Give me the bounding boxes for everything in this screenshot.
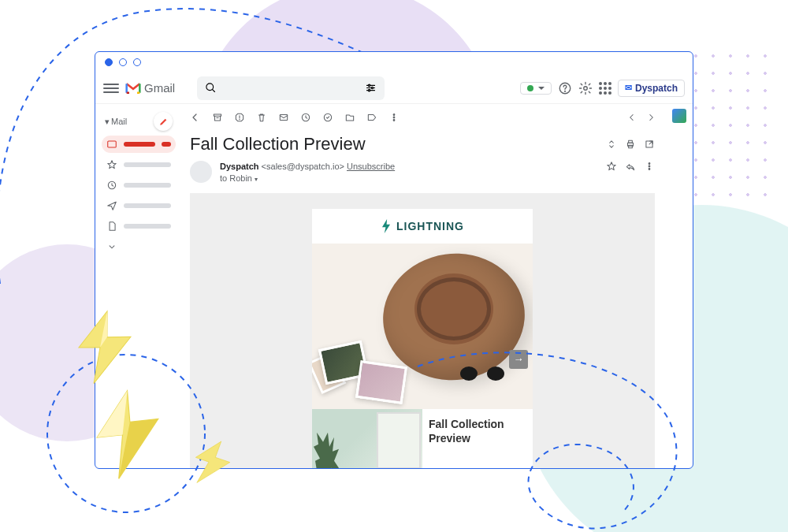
svg-rect-33 <box>629 145 633 148</box>
delete-icon[interactable] <box>256 112 267 123</box>
status-active-icon <box>527 85 533 91</box>
sender-email: <sales@dyspatch.io> <box>262 162 344 171</box>
svg-point-17 <box>584 86 588 90</box>
clock-icon <box>106 180 117 191</box>
svg-point-24 <box>240 119 240 120</box>
svg-point-12 <box>369 84 371 87</box>
secondary-image <box>312 409 422 468</box>
print-icon[interactable] <box>625 139 636 150</box>
next-icon[interactable] <box>645 112 656 123</box>
lightning-icon <box>381 219 392 233</box>
menu-icon[interactable] <box>103 80 119 96</box>
svg-marker-39 <box>382 219 390 233</box>
unsubscribe-link[interactable]: Unsubscribe <box>347 162 395 171</box>
email-body: LIGHTNING → <box>190 193 655 468</box>
main-panel: Fall Collection Preview Dyspatch <sales@… <box>182 104 666 468</box>
sidebar-item-drafts[interactable] <box>102 218 176 235</box>
send-icon <box>106 200 117 211</box>
svg-marker-1 <box>76 309 135 384</box>
tune-icon[interactable] <box>365 82 377 94</box>
search-icon <box>205 82 217 94</box>
chevron-down-icon <box>106 241 117 252</box>
archive-icon[interactable] <box>212 112 223 123</box>
prev-icon[interactable] <box>626 112 637 123</box>
task-icon[interactable] <box>322 112 333 123</box>
sidebar-item-snoozed[interactable] <box>102 177 176 194</box>
star-icon[interactable] <box>606 161 617 172</box>
gear-icon[interactable] <box>578 81 593 95</box>
sender-info: Dyspatch <sales@dyspatch.io> Unsubscribe… <box>220 161 598 185</box>
brand-name: LIGHTNING <box>396 220 464 233</box>
mail-dropdown[interactable]: ▾ Mail <box>105 117 127 127</box>
unread-badge <box>162 142 171 147</box>
compose-button[interactable] <box>154 112 173 131</box>
svg-rect-32 <box>629 140 633 143</box>
spam-icon[interactable] <box>234 112 245 123</box>
gmail-logo[interactable]: Gmail <box>125 81 175 95</box>
window-titlebar <box>95 52 693 73</box>
recipient: to Robin <box>220 173 252 183</box>
hero-image: → <box>312 244 533 409</box>
avatar <box>190 161 212 183</box>
svg-point-36 <box>649 163 650 165</box>
window-dot[interactable] <box>119 58 127 66</box>
more-icon[interactable] <box>388 112 400 123</box>
email-content: LIGHTNING → <box>312 209 533 468</box>
email-toolbar <box>182 104 663 131</box>
svg-point-16 <box>565 91 566 91</box>
svg-point-29 <box>393 117 395 118</box>
svg-point-30 <box>393 120 395 121</box>
reply-icon[interactable] <box>625 161 636 172</box>
svg-point-13 <box>371 87 374 89</box>
svg-marker-6 <box>189 436 234 489</box>
svg-marker-19 <box>108 161 117 169</box>
sidebar-item-sent[interactable] <box>102 197 176 214</box>
gmail-label: Gmail <box>144 81 175 95</box>
label-icon[interactable] <box>366 112 377 123</box>
lightning-bolt-icon <box>56 303 157 390</box>
carousel-next-button[interactable]: → <box>509 350 528 369</box>
svg-point-14 <box>369 89 371 91</box>
svg-marker-35 <box>608 162 616 170</box>
svg-line-8 <box>213 89 215 91</box>
status-dropdown[interactable] <box>520 82 552 95</box>
side-panel <box>666 104 693 468</box>
more-icon[interactable] <box>644 161 655 172</box>
svg-point-38 <box>649 169 650 170</box>
polaroid <box>355 360 407 404</box>
hat-image <box>379 250 529 384</box>
star-icon <box>106 159 117 170</box>
chevron-down-icon <box>538 87 545 90</box>
calendar-icon[interactable] <box>672 109 686 123</box>
sender-name: Dyspatch <box>220 162 259 171</box>
gmail-header: Gmail Dyspatch <box>95 73 693 104</box>
clock-icon[interactable] <box>300 112 311 123</box>
sidebar-item-more[interactable] <box>102 238 176 255</box>
svg-point-28 <box>393 114 395 116</box>
mail-icon[interactable] <box>278 112 289 123</box>
move-icon[interactable] <box>344 112 355 123</box>
content-title: Fall Collection Preview <box>422 409 533 468</box>
svg-rect-18 <box>108 141 117 147</box>
search-bar[interactable] <box>197 76 385 100</box>
svg-point-37 <box>649 166 650 167</box>
pencil-icon <box>158 117 169 127</box>
back-icon[interactable] <box>188 111 201 124</box>
file-icon <box>106 221 117 232</box>
help-icon[interactable] <box>558 81 572 95</box>
popout-icon[interactable] <box>644 139 655 150</box>
inbox-icon <box>106 139 117 150</box>
search-input[interactable] <box>225 82 357 94</box>
sunglasses-image <box>460 366 504 382</box>
dyspatch-badge[interactable]: Dyspatch <box>618 80 685 97</box>
brand-header: LIGHTNING <box>312 209 533 244</box>
sidebar-item-starred[interactable] <box>102 156 176 173</box>
apps-icon[interactable] <box>599 82 611 95</box>
window-dot[interactable] <box>133 58 141 66</box>
email-subject: Fall Collection Preview <box>190 134 598 154</box>
sidebar-item-inbox[interactable] <box>102 136 176 153</box>
expand-icon[interactable] <box>606 139 617 150</box>
window-dot[interactable] <box>105 58 113 66</box>
chevron-down-icon[interactable]: ▾ <box>255 176 258 183</box>
